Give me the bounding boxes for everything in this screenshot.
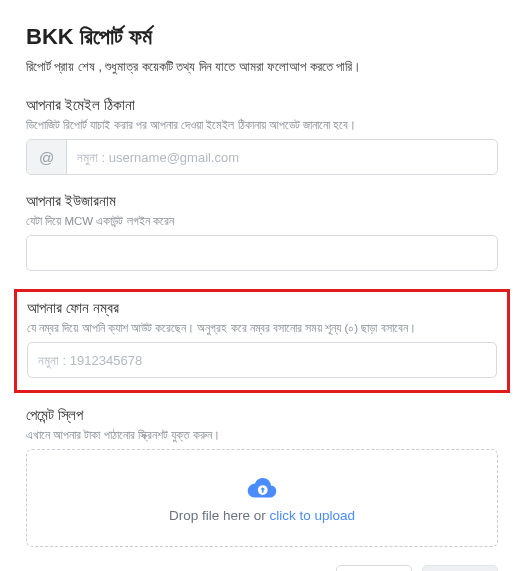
username-input-wrap [26,235,498,271]
username-field[interactable] [27,236,497,270]
dropzone-text-static: Drop file here or [169,508,270,523]
cancel-button[interactable]: Cancel [336,565,412,571]
phone-field-group: আপনার ফোন নম্বর যে নম্বর দিয়ে আপনি ক্যা… [14,289,510,393]
slip-help: এখানে আপনার টাকা পাঠানোর স্ক্রিনশট যুক্ত… [26,427,498,443]
form-actions: Cancel Submit [26,565,498,571]
dropzone-text: Drop file here or click to upload [169,508,355,523]
submit-button[interactable]: Submit [422,565,498,571]
email-label: আপনার ইমেইল ঠিকানা [26,97,498,114]
email-field-group: আপনার ইমেইল ঠিকানা ডিপোজিট রিপোর্ট যাচাই… [26,97,498,175]
file-dropzone[interactable]: Drop file here or click to upload [26,449,498,547]
email-field[interactable] [67,140,497,174]
slip-label: পেমেন্ট স্লিপ [26,407,498,424]
phone-field[interactable] [28,343,496,377]
phone-input-wrap [27,342,497,378]
email-input-wrap: @ [26,139,498,175]
username-field-group: আপনার ইউজারনাম যেটা দিয়ে MCW একাউন্ট লগ… [26,193,498,271]
email-help: ডিপোজিট রিপোর্ট যাচাই করার পর আপনার দেওয… [26,117,498,133]
username-label: আপনার ইউজারনাম [26,193,498,210]
at-icon: @ [27,140,67,174]
page-subtitle: রিপোর্ট প্রায় শেষ , শুধুমাত্র কয়েকটি ত… [26,60,498,75]
page-title: BKK রিপোর্ট ফর্ম [26,24,498,50]
phone-help: যে নম্বর দিয়ে আপনি ক্যাশ আউট করেছেন। অন… [27,320,497,336]
slip-field-group: পেমেন্ট স্লিপ এখানে আপনার টাকা পাঠানোর স… [26,407,498,547]
username-help: যেটা দিয়ে MCW একাউন্ট লগইন করেন [26,213,498,229]
dropzone-upload-link[interactable]: click to upload [269,508,355,523]
cloud-upload-icon [247,474,277,500]
phone-label: আপনার ফোন নম্বর [27,300,497,317]
